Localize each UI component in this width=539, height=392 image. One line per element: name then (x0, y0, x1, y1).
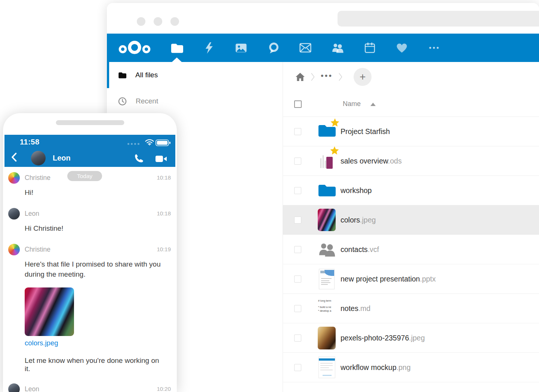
folder-icon (318, 183, 336, 198)
file-name: colors.jpeg (341, 216, 376, 224)
file-name: contacts.vcf (341, 245, 379, 254)
row-checkbox[interactable] (294, 217, 301, 224)
message-text: Hi! (25, 188, 162, 197)
file-row-project-starfish[interactable]: Project Starfish (283, 117, 539, 146)
mail-app-icon[interactable] (293, 34, 317, 62)
wifi-icon (145, 139, 154, 147)
message-group: Christine Today 10:18 Hi! (4, 172, 175, 197)
avatar (8, 244, 20, 255)
file-name: pexels-photo-235976.jpeg (341, 334, 425, 342)
window-button-minimize[interactable] (154, 17, 162, 26)
image-thumbnail (318, 209, 336, 231)
phone-screen: 11:58 (4, 135, 175, 392)
file-row-pexels-photo[interactable]: pexels-photo-235976.jpeg (283, 323, 539, 353)
favorites-heart-icon[interactable] (390, 34, 414, 62)
phone-header: 11:58 (4, 135, 175, 167)
breadcrumb: ••• + (283, 62, 539, 92)
file-row-contacts[interactable]: contacts.vcf (283, 235, 539, 264)
file-row-colors[interactable]: colors.jpeg (283, 205, 539, 235)
page: All files Recent (0, 0, 539, 392)
row-checkbox[interactable] (294, 276, 301, 283)
message-group: Leon 10:18 Hi Christine! (4, 208, 175, 233)
folder-icon (118, 72, 126, 78)
message-text: Hi Christine! (25, 224, 162, 233)
file-name: Project Starfish (341, 127, 390, 136)
contacts-app-icon[interactable] (326, 34, 349, 62)
browser-titlebar (107, 3, 539, 34)
message-author: Leon (25, 210, 39, 218)
chat-messages: Christine Today 10:18 Hi! Leon 10:18 Hi … (4, 167, 175, 392)
contact-name: Leon (53, 154, 71, 162)
file-list-header: Name (283, 92, 539, 117)
favorite-star-icon (330, 146, 339, 156)
file-row-workflow-mockup[interactable]: workflow mockup.png (283, 353, 539, 382)
image-thumbnail (318, 327, 336, 349)
message-time: 10:19 (157, 246, 171, 252)
breadcrumb-chevron-icon (311, 72, 315, 81)
select-all-checkbox[interactable] (294, 100, 302, 108)
battery-icon (155, 139, 171, 148)
row-checkbox[interactable] (294, 305, 301, 312)
presentation-thumbnail (319, 269, 335, 289)
new-file-button[interactable]: + (354, 68, 372, 86)
talk-app-icon[interactable] (261, 34, 285, 62)
window-button-close[interactable] (137, 17, 145, 26)
breadcrumb-ellipsis[interactable]: ••• (321, 72, 333, 82)
file-row-notes[interactable]: # long term * build a ne * develop a not… (283, 294, 539, 323)
status-time: 11:58 (20, 138, 40, 146)
phone-speaker (56, 120, 124, 125)
row-checkbox[interactable] (294, 158, 301, 165)
contact-avatar (31, 151, 46, 165)
file-row-presentation[interactable]: new project presentation.pptx (283, 264, 539, 294)
contacts-icon (317, 242, 336, 257)
window-button-maximize[interactable] (170, 17, 179, 26)
sidebar-item-recent[interactable]: Recent (107, 88, 283, 114)
home-icon[interactable] (295, 72, 305, 81)
cell-signal-icon (127, 143, 139, 145)
message-group: Christine 10:19 Here's that file I promi… (4, 244, 175, 373)
message-time: 10:20 (157, 386, 171, 392)
message-text: Let me know when you're done working on … (25, 357, 162, 373)
file-row-sales-overview[interactable]: sales overview.ods (283, 146, 539, 176)
file-name: workshop (341, 186, 372, 195)
chat-navbar: Leon (4, 149, 175, 167)
markdown-thumbnail: # long term * build a ne * develop a (317, 298, 336, 319)
attachment-image[interactable] (25, 287, 74, 336)
calendar-app-icon[interactable] (358, 34, 382, 62)
message-author: Leon (25, 385, 39, 392)
file-name: sales overview.ods (341, 157, 402, 165)
attachment-link[interactable]: colors.jpeg (25, 339, 175, 347)
message-author: Christine (25, 246, 50, 253)
back-button[interactable] (11, 153, 17, 163)
address-bar[interactable] (338, 11, 539, 27)
file-list-area: ••• + Name (283, 62, 539, 392)
message-author: Christine (25, 174, 50, 182)
activity-app-icon[interactable] (197, 34, 221, 62)
message-text: Here's that file I promised to share wit… (25, 259, 162, 279)
message-group: Leon 10:20 Ok, no problem. Probably next… (4, 383, 175, 392)
row-checkbox[interactable] (294, 246, 301, 253)
row-checkbox[interactable] (294, 335, 301, 342)
more-apps-icon[interactable] (422, 34, 446, 62)
video-call-button[interactable] (155, 155, 167, 164)
file-row-workshop[interactable]: workshop (283, 176, 539, 205)
row-checkbox[interactable] (294, 128, 301, 135)
sidebar-item-label: All files (135, 71, 158, 79)
file-name: new project presentation.pptx (341, 275, 436, 283)
file-name: notes.md (341, 304, 370, 313)
mockup-thumbnail (318, 357, 335, 378)
clock-icon (118, 97, 127, 106)
message-time: 10:18 (157, 174, 171, 181)
sidebar-item-all-files[interactable]: All files (107, 62, 283, 88)
nextcloud-logo-icon[interactable] (118, 40, 151, 57)
name-column-header[interactable]: Name (343, 100, 361, 108)
row-checkbox[interactable] (294, 364, 301, 371)
avatar (8, 208, 20, 220)
message-time: 10:18 (157, 210, 171, 217)
avatar (8, 172, 20, 184)
photos-app-icon[interactable] (229, 34, 253, 62)
row-checkbox[interactable] (294, 187, 301, 194)
avatar (8, 383, 20, 392)
voice-call-button[interactable] (134, 153, 144, 165)
sort-ascending-icon[interactable] (370, 103, 376, 106)
